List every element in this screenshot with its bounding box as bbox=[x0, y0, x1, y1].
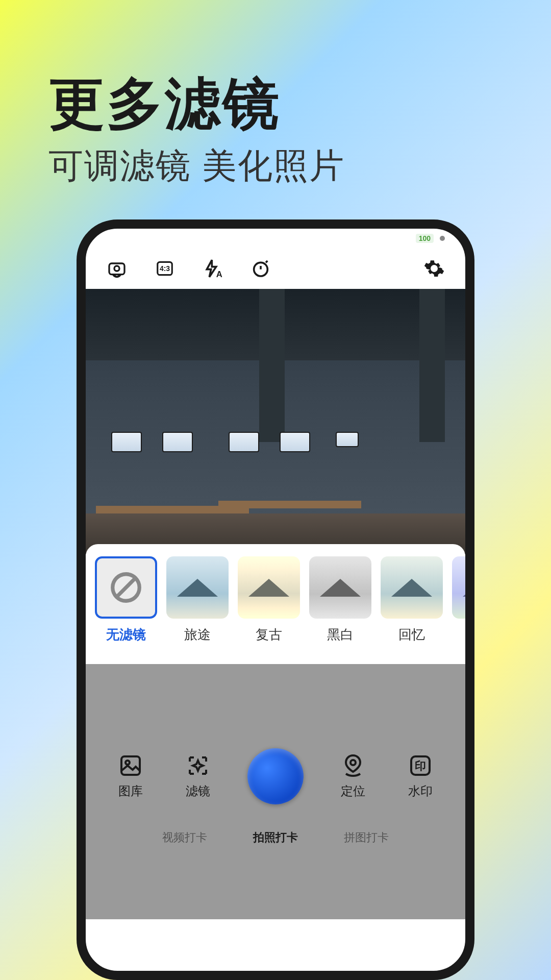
bottom-control-area: 图库 滤镜 定位 印 bbox=[86, 664, 465, 919]
filter-item-retro[interactable]: 复古 bbox=[238, 556, 300, 644]
filter-item-bw[interactable]: 黑白 bbox=[309, 556, 371, 644]
action-label: 图库 bbox=[118, 783, 143, 799]
switch-camera-icon[interactable] bbox=[106, 258, 128, 279]
svg-point-5 bbox=[432, 266, 437, 272]
svg-text:A: A bbox=[216, 270, 222, 279]
flash-auto-icon[interactable]: A bbox=[202, 258, 223, 279]
watermark-button[interactable]: 印 水印 bbox=[403, 753, 438, 799]
action-label: 定位 bbox=[341, 783, 365, 799]
promo-subtitle: 可调滤镜 美化照片 bbox=[48, 143, 345, 189]
svg-rect-0 bbox=[109, 263, 124, 275]
location-button[interactable]: 定位 bbox=[335, 753, 371, 799]
filter-thumb bbox=[452, 556, 465, 619]
action-label: 滤镜 bbox=[186, 783, 210, 799]
promo-title: 更多滤镜 bbox=[48, 66, 281, 142]
svg-rect-8 bbox=[121, 756, 140, 775]
svg-line-7 bbox=[116, 578, 136, 597]
svg-point-1 bbox=[114, 266, 119, 271]
battery-indicator: 100 bbox=[416, 234, 434, 243]
filter-icon bbox=[186, 753, 210, 778]
filter-thumb bbox=[238, 556, 300, 619]
location-icon bbox=[341, 753, 365, 778]
mode-tab-video[interactable]: 视频打卡 bbox=[162, 830, 207, 845]
action-label: 水印 bbox=[408, 783, 433, 799]
mode-tab-collage[interactable]: 拼图打卡 bbox=[344, 830, 389, 845]
gallery-icon bbox=[118, 753, 143, 778]
filter-item-memory[interactable]: 回忆 bbox=[381, 556, 443, 644]
filter-item-n19[interactable]: N19 bbox=[452, 556, 465, 644]
filter-label: 无滤镜 bbox=[106, 626, 146, 644]
filter-button[interactable]: 滤镜 bbox=[180, 753, 216, 799]
filter-panel: 无滤镜 旅途 复古 黑白 回忆 N19 bbox=[86, 544, 465, 664]
filter-thumb bbox=[381, 556, 443, 619]
no-filter-icon bbox=[108, 570, 144, 605]
bottom-actions: 图库 滤镜 定位 印 bbox=[113, 748, 438, 804]
filter-label: 黑白 bbox=[327, 626, 354, 644]
svg-text:印: 印 bbox=[415, 760, 426, 772]
aspect-ratio-button[interactable]: 4:3 bbox=[154, 258, 176, 279]
phone-frame: 100 4:3 A bbox=[77, 219, 474, 980]
shutter-button[interactable] bbox=[247, 748, 304, 804]
aspect-ratio-label: 4:3 bbox=[160, 264, 170, 273]
filter-thumb bbox=[166, 556, 229, 619]
filter-thumb-none bbox=[95, 556, 157, 619]
filter-label: 复古 bbox=[256, 626, 282, 644]
timer-icon[interactable] bbox=[250, 258, 271, 279]
filter-strip[interactable]: 无滤镜 旅途 复古 黑白 回忆 N19 bbox=[95, 556, 465, 644]
svg-point-10 bbox=[350, 760, 356, 765]
mode-tabs: 视频打卡 拍照打卡 拼图打卡 bbox=[162, 830, 389, 845]
status-bar: 100 bbox=[86, 229, 465, 248]
filter-thumb bbox=[309, 556, 371, 619]
gallery-button[interactable]: 图库 bbox=[113, 753, 148, 799]
svg-point-9 bbox=[126, 761, 130, 765]
camera-toolbar: 4:3 A bbox=[86, 248, 465, 289]
filter-label: 回忆 bbox=[398, 626, 425, 644]
camera-viewfinder[interactable] bbox=[86, 289, 465, 554]
filter-label: 旅途 bbox=[184, 626, 211, 644]
settings-icon[interactable] bbox=[423, 258, 445, 279]
filter-item-journey[interactable]: 旅途 bbox=[166, 556, 229, 644]
filter-item-none[interactable]: 无滤镜 bbox=[95, 556, 157, 644]
status-dot bbox=[440, 236, 445, 241]
mode-tab-photo[interactable]: 拍照打卡 bbox=[253, 830, 298, 845]
watermark-icon: 印 bbox=[408, 753, 433, 778]
